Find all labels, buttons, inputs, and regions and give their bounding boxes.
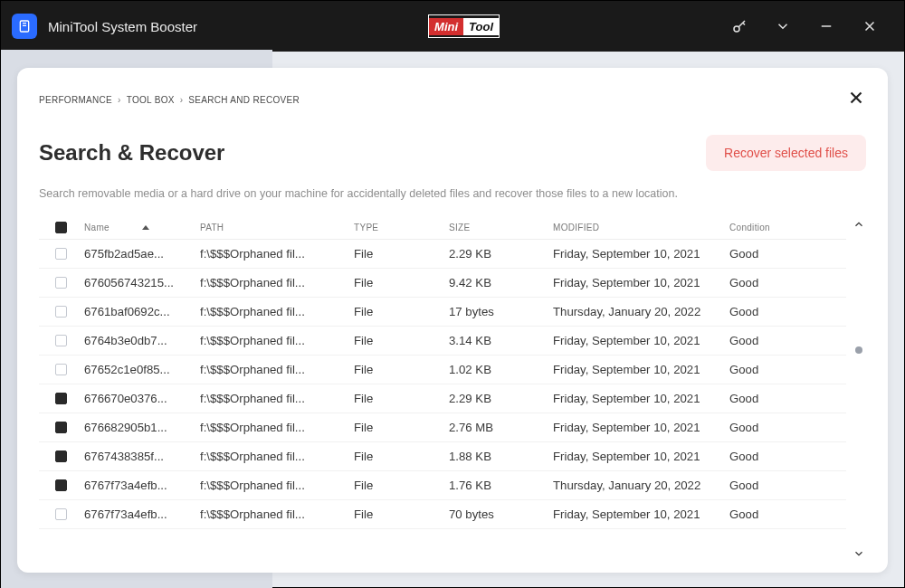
cell-size: 2.29 KB [449,392,553,405]
cell-name: 6767438385f... [82,450,200,463]
table-row[interactable]: 6767f73a4efb...f:\$$$Orphaned fil...File… [39,500,846,529]
col-size[interactable]: SIZE [449,223,553,232]
cell-type: File [354,276,449,289]
brand-badge: Mini Tool [428,14,500,38]
cell-path: f:\$$$Orphaned fil... [200,450,354,463]
cell-modified: Friday, September 10, 2021 [553,334,729,347]
table-row[interactable]: 6767f73a4efb...f:\$$$Orphaned fil...File… [39,471,846,500]
table-row[interactable]: 67652c1e0f85...f:\$$$Orphaned fil...File… [39,356,846,384]
col-condition[interactable]: Condition [729,223,829,232]
cell-condition: Good [729,507,829,521]
stage: PERFORMANCE › TOOL BOX › SEARCH AND RECO… [1,52,904,588]
select-all-checkbox[interactable] [55,222,67,233]
svg-point-1 [734,26,739,32]
cell-name: 6764b3e0db7... [82,334,200,347]
table-row[interactable]: 676670e0376...f:\$$$Orphaned fil...File2… [39,384,846,413]
cell-condition: Good [729,276,829,289]
table-row[interactable]: 6764b3e0db7...f:\$$$Orphaned fil...File3… [39,327,846,356]
cell-type: File [354,450,449,463]
app-title: MiniTool System Booster [48,19,197,34]
col-type[interactable]: TYPE [354,223,449,232]
row-checkbox[interactable] [55,277,67,289]
table-row[interactable]: 676056743215...f:\$$$Orphaned fil...File… [39,269,846,298]
cell-condition: Good [729,479,829,492]
row-checkbox[interactable] [55,450,67,462]
cell-size: 1.76 KB [449,479,553,492]
panel-card: PERFORMANCE › TOOL BOX › SEARCH AND RECO… [17,68,888,573]
cell-type: File [354,507,449,521]
cell-size: 70 bytes [449,507,553,521]
cell-name: 67652c1e0f85... [82,363,200,376]
cell-condition: Good [729,421,829,434]
key-icon[interactable] [730,17,748,35]
cell-condition: Good [729,247,829,261]
breadcrumb-performance[interactable]: PERFORMANCE [39,95,112,105]
cell-modified: Thursday, January 20, 2022 [553,479,729,492]
table-row[interactable]: 676682905b1...f:\$$$Orphaned fil...File2… [39,413,846,442]
cell-size: 9.42 KB [449,276,553,289]
cell-path: f:\$$$Orphaned fil... [200,421,354,434]
cell-condition: Good [729,305,829,318]
app-logo [12,14,37,39]
cell-type: File [354,363,449,376]
row-checkbox[interactable] [55,306,67,318]
cell-name: 676670e0376... [82,392,200,405]
sort-asc-icon [142,225,149,230]
cell-path: f:\$$$Orphaned fil... [200,392,354,405]
row-checkbox[interactable] [55,479,67,491]
file-table: Name PATH TYPE SIZE MODIFIED Condition 6… [39,216,846,562]
row-checkbox[interactable] [55,248,67,260]
cell-path: f:\$$$Orphaned fil... [200,507,354,521]
row-checkbox[interactable] [55,422,67,433]
table-row[interactable]: 6761baf0692c...f:\$$$Orphaned fil...File… [39,298,846,327]
panel-close-icon[interactable] [846,88,866,111]
cell-type: File [354,334,449,347]
row-checkbox[interactable] [55,335,67,346]
titlebar: MiniTool System Booster Mini Tool [1,1,904,52]
cell-path: f:\$$$Orphaned fil... [200,305,354,318]
table-scrollbar[interactable] [846,216,866,562]
cell-modified: Friday, September 10, 2021 [553,276,729,289]
cell-name: 676682905b1... [82,421,200,434]
cell-modified: Friday, September 10, 2021 [553,392,729,405]
scroll-track[interactable] [857,236,861,542]
cell-type: File [354,392,449,405]
titlebar-controls [730,17,890,35]
cell-path: f:\$$$Orphaned fil... [200,334,354,347]
cell-path: f:\$$$Orphaned fil... [200,363,354,376]
scroll-thumb[interactable] [855,346,862,354]
col-modified[interactable]: MODIFIED [553,223,729,232]
close-icon[interactable] [861,17,879,35]
brand-left: Mini [429,18,463,35]
scroll-down-icon[interactable] [853,547,865,560]
scroll-up-icon[interactable] [853,218,865,231]
titlebar-center: Mini Tool [208,14,719,38]
breadcrumb-sep: › [180,95,184,105]
cell-modified: Friday, September 10, 2021 [553,450,729,463]
row-checkbox[interactable] [55,393,67,404]
table-row[interactable]: 675fb2ad5ae...f:\$$$Orphaned fil...File2… [39,240,846,269]
row-checkbox[interactable] [55,508,67,520]
minimize-icon[interactable] [817,17,835,35]
table-row[interactable]: 6767438385f...f:\$$$Orphaned fil...File1… [39,442,846,471]
cell-size: 2.76 MB [449,421,553,434]
recover-selected-button[interactable]: Recover selected files [706,135,866,171]
cell-size: 2.29 KB [449,247,553,261]
cell-condition: Good [729,334,829,347]
cell-name: 675fb2ad5ae... [82,247,200,261]
breadcrumb-toolbox[interactable]: TOOL BOX [127,95,175,105]
cell-type: File [354,305,449,318]
cell-modified: Friday, September 10, 2021 [553,363,729,376]
cell-type: File [354,247,449,261]
cell-modified: Thursday, January 20, 2022 [553,305,729,318]
cell-name: 6767f73a4efb... [82,507,200,521]
cell-condition: Good [729,450,829,463]
cell-path: f:\$$$Orphaned fil... [200,276,354,289]
col-name[interactable]: Name [82,223,200,232]
col-path[interactable]: PATH [200,223,354,232]
cell-modified: Friday, September 10, 2021 [553,421,729,434]
chevron-down-icon[interactable] [774,17,792,35]
row-checkbox[interactable] [55,364,67,375]
cell-modified: Friday, September 10, 2021 [553,247,729,261]
breadcrumb-search-recover[interactable]: SEARCH AND RECOVER [188,95,300,105]
